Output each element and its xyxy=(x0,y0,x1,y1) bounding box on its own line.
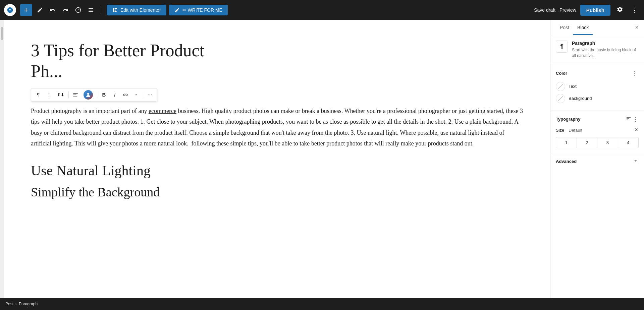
typography-section: Typography ⋮ Size Default xyxy=(550,111,644,153)
toolbar-separator-1 xyxy=(100,6,100,14)
svg-rect-7 xyxy=(89,11,93,12)
editor-area[interactable]: 3 Tips for Better Product Ph... ¶ ⋮ ⬆⬇ xyxy=(4,20,550,298)
typography-menu-button[interactable]: ⋮ xyxy=(633,116,639,123)
typography-title: Typography xyxy=(556,117,580,122)
block-info: ¶ Paragraph Start with the basic buildin… xyxy=(550,35,644,64)
write-for-me-button[interactable]: ✏ WRITE FOR ME xyxy=(169,5,228,15)
more-inline-button[interactable] xyxy=(131,90,141,100)
link-button[interactable] xyxy=(120,90,130,100)
font-size-4-button[interactable]: 4 xyxy=(618,137,639,148)
partial-heading: Simplify the Background xyxy=(31,185,523,200)
tools-button[interactable] xyxy=(35,5,45,15)
svg-rect-14 xyxy=(73,96,77,96)
advanced-chevron-button[interactable] xyxy=(633,158,639,165)
move-up-down-button[interactable]: ⬆⬇ xyxy=(55,90,67,100)
avatar-button[interactable] xyxy=(81,90,95,100)
font-size-3-button[interactable]: 3 xyxy=(597,137,618,148)
block-tab[interactable]: Block xyxy=(573,20,593,35)
toolbar-sep-3 xyxy=(143,91,143,98)
bold-button[interactable]: B xyxy=(99,90,109,100)
background-color-swatch[interactable] xyxy=(556,94,565,103)
size-value: Default xyxy=(569,128,582,133)
redo-button[interactable] xyxy=(60,5,70,15)
breadcrumb-post[interactable]: Post xyxy=(5,302,13,306)
svg-rect-9 xyxy=(115,8,117,9)
svg-rect-13 xyxy=(73,95,76,95)
color-section-title: Color xyxy=(556,71,567,76)
toolbar-sep xyxy=(68,91,69,98)
color-section-menu-button[interactable]: ⋮ xyxy=(630,69,639,78)
paragraph-block[interactable]: Product photography is an important part… xyxy=(31,106,523,149)
block-icon: ¶ xyxy=(556,41,568,53)
view-post-button[interactable] xyxy=(73,5,83,15)
preview-button[interactable]: Preview xyxy=(559,7,576,13)
background-color-label: Background xyxy=(569,96,592,101)
svg-rect-10 xyxy=(115,10,116,11)
size-row: Size Default xyxy=(556,127,639,134)
settings-button[interactable] xyxy=(614,4,625,16)
ellipsis-button[interactable]: ⋯ xyxy=(145,90,155,100)
font-size-buttons: 1 2 3 4 xyxy=(556,137,639,148)
svg-rect-11 xyxy=(115,11,117,12)
text-color-label: Text xyxy=(569,84,577,89)
svg-rect-6 xyxy=(89,10,93,10)
breadcrumb-paragraph: Paragraph xyxy=(19,302,38,306)
text-color-swatch[interactable] xyxy=(556,82,565,91)
bottom-bar: Post › Paragraph xyxy=(0,298,644,310)
block-description: Start with the basic building block of a… xyxy=(572,47,639,59)
svg-point-15 xyxy=(87,93,89,95)
publish-button[interactable]: Publish xyxy=(580,5,610,16)
advanced-section: Advanced xyxy=(550,153,644,170)
advanced-section-header: Advanced xyxy=(556,158,639,165)
main-content: 3 Tips for Better Product Ph... ¶ ⋮ ⬆⬇ xyxy=(0,20,644,298)
block-name: Paragraph xyxy=(572,41,639,46)
editor-wrapper: 3 Tips for Better Product Ph... ¶ ⋮ ⬆⬇ xyxy=(0,20,550,298)
section-heading: Use Natural Lighting xyxy=(31,162,523,179)
color-section: Color ⋮ Text Background xyxy=(550,64,644,111)
edit-elementor-button[interactable]: Edit with Elementor xyxy=(107,5,166,15)
align-button[interactable] xyxy=(70,90,80,100)
typography-adjust-button[interactable] xyxy=(626,116,631,122)
size-label: Size xyxy=(556,128,566,133)
editor-scrollbar[interactable] xyxy=(0,20,4,298)
add-block-button[interactable]: + xyxy=(20,4,32,16)
italic-button[interactable]: I xyxy=(110,90,120,100)
inline-toolbar: ¶ ⋮ ⬆⬇ B xyxy=(31,88,157,102)
ecommerce-link[interactable]: ecommerce xyxy=(149,108,176,114)
undo-button[interactable] xyxy=(48,5,58,15)
svg-rect-12 xyxy=(73,93,77,94)
sidebar-tabs: Post Block × xyxy=(550,20,644,35)
breadcrumb-separator: › xyxy=(15,302,17,306)
no-bg-color-indicator xyxy=(558,96,563,101)
sidebar-close-button[interactable]: × xyxy=(634,23,640,33)
post-tab[interactable]: Post xyxy=(556,20,573,35)
top-bar-right: Save draft Preview Publish ⋮ xyxy=(534,4,640,16)
top-bar: W + Edit with Elementor ✏ WRITE FOR ME S… xyxy=(0,0,644,20)
font-size-1-button[interactable]: 1 xyxy=(556,137,577,148)
svg-rect-5 xyxy=(89,8,93,9)
post-title: 3 Tips for Better Product Ph... xyxy=(31,40,523,82)
font-size-2-button[interactable]: 2 xyxy=(577,137,598,148)
list-view-button[interactable] xyxy=(86,5,96,15)
scrollbar-thumb xyxy=(1,27,3,40)
no-color-indicator xyxy=(558,84,563,89)
svg-text:W: W xyxy=(9,8,11,12)
wp-logo[interactable]: W xyxy=(4,4,16,16)
more-options-button[interactable]: ⋮ xyxy=(629,5,640,15)
drag-handle-button[interactable]: ⋮ xyxy=(44,90,54,100)
user-avatar xyxy=(84,90,93,100)
text-color-row: Text xyxy=(556,82,639,91)
size-adjust-icon xyxy=(633,127,639,134)
right-sidebar: Post Block × ¶ Paragraph Start with the … xyxy=(550,20,644,298)
background-color-row: Background xyxy=(556,94,639,103)
svg-rect-8 xyxy=(113,8,114,12)
advanced-title: Advanced xyxy=(556,159,577,164)
typography-header: Typography ⋮ xyxy=(556,116,639,123)
save-draft-button[interactable]: Save draft xyxy=(534,7,555,13)
toolbar-sep-2 xyxy=(97,91,97,98)
paragraph-tool-button[interactable]: ¶ xyxy=(33,90,43,100)
color-section-header: Color ⋮ xyxy=(556,69,639,78)
block-details: Paragraph Start with the basic building … xyxy=(572,41,639,59)
